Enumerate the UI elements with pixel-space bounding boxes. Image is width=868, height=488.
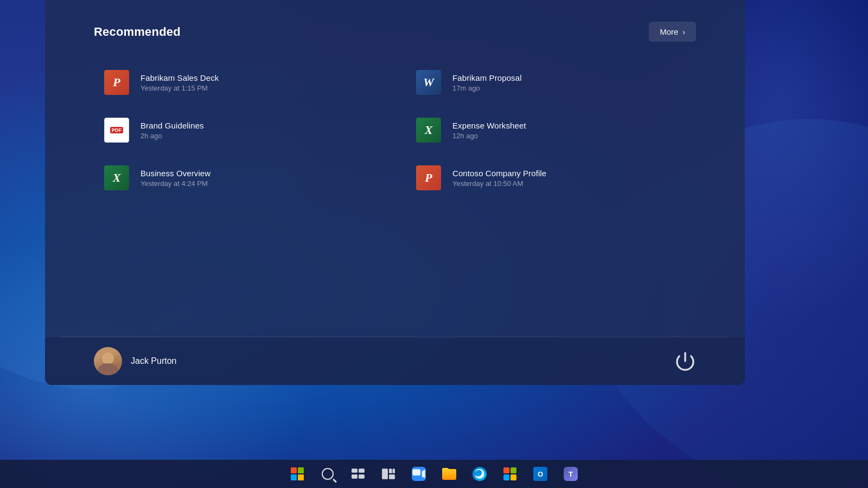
file-name: Business Overview [141, 169, 210, 178]
teams-icon: T [564, 467, 578, 481]
taskbar-teams-button[interactable]: T [557, 461, 585, 487]
svg-rect-5 [389, 468, 392, 473]
taskbar: O T [0, 460, 868, 488]
folder-body [442, 469, 456, 480]
svg-rect-2 [352, 474, 358, 479]
taskbar-start-button[interactable] [283, 461, 311, 487]
file-name: Fabrikam Sales Deck [141, 73, 219, 82]
pdf-icon-inner: PDF [105, 118, 129, 142]
taskbar-store-button[interactable] [496, 461, 524, 487]
svg-rect-8 [412, 469, 420, 476]
svg-rect-7 [389, 474, 395, 479]
taskbar-edge-button[interactable] [465, 461, 494, 487]
power-button[interactable] [674, 350, 696, 372]
taskbar-explorer-button[interactable] [435, 461, 463, 487]
file-icon-excel-2 [103, 164, 131, 192]
file-item-fabrikam-proposal[interactable]: Fabrikam Proposal 17m ago [406, 61, 696, 104]
file-time: 2h ago [141, 132, 204, 140]
file-name: Expense Worksheet [452, 121, 526, 130]
powerpoint-icon-2 [416, 165, 441, 190]
avatar [94, 347, 122, 375]
taskbar-zoom-button[interactable] [405, 461, 433, 487]
file-item-brand-guidelines[interactable]: PDF Brand Guidelines 2h ago [94, 108, 384, 152]
start-menu: Recommended More › Fabrikam Sales Deck Y… [45, 0, 745, 385]
file-info-fabrikam-proposal: Fabrikam Proposal 17m ago [452, 73, 522, 92]
windows-logo-icon [291, 467, 304, 480]
taskview-icon [351, 467, 365, 481]
user-info[interactable]: Jack Purton [94, 347, 176, 375]
file-info-brand-guidelines: Brand Guidelines 2h ago [141, 121, 204, 140]
recommended-header: Recommended More › [94, 22, 696, 42]
svg-rect-6 [393, 468, 395, 473]
taskbar-snap-button[interactable] [374, 461, 403, 487]
recommended-title: Recommended [94, 25, 181, 39]
files-grid: Fabrikam Sales Deck Yesterday at 1:15 PM… [94, 61, 696, 200]
file-time: Yesterday at 4:24 PM [141, 179, 210, 188]
file-item-expense-worksheet[interactable]: Expense Worksheet 12h ago [406, 108, 696, 152]
file-icon-ppt-2 [414, 164, 443, 192]
file-icon-word-1 [414, 68, 443, 97]
edge-icon [473, 467, 487, 481]
excel-icon [416, 118, 441, 143]
power-icon [674, 350, 696, 372]
svg-rect-4 [382, 468, 388, 479]
taskbar-search-button[interactable] [314, 461, 342, 487]
file-icon-ppt-1 [103, 68, 131, 97]
store-icon [503, 467, 516, 480]
search-icon [322, 468, 334, 480]
file-info-contoso-company-profile: Contoso Company Profile Yesterday at 10:… [452, 169, 546, 188]
more-button[interactable]: More › [649, 22, 696, 42]
folder-icon [442, 468, 456, 480]
file-time: Yesterday at 1:15 PM [141, 84, 219, 92]
outlook-icon: O [533, 467, 547, 481]
pdf-icon: PDF [104, 118, 129, 143]
file-name: Contoso Company Profile [452, 169, 546, 178]
zoom-icon [412, 467, 426, 481]
file-info-fabrikam-sales-deck: Fabrikam Sales Deck Yesterday at 1:15 PM [141, 73, 219, 92]
file-icon-pdf-1: PDF [103, 116, 131, 144]
file-info-business-overview: Business Overview Yesterday at 4:24 PM [141, 169, 210, 188]
taskbar-taskview-button[interactable] [344, 461, 372, 487]
file-info-expense-worksheet: Expense Worksheet 12h ago [452, 121, 526, 140]
svg-rect-0 [352, 468, 358, 473]
user-name: Jack Purton [131, 356, 176, 366]
user-footer: Jack Purton [45, 337, 745, 385]
powerpoint-icon [104, 70, 129, 95]
svg-rect-1 [359, 468, 365, 473]
file-item-contoso-company-profile[interactable]: Contoso Company Profile Yesterday at 10:… [406, 156, 696, 200]
file-item-business-overview[interactable]: Business Overview Yesterday at 4:24 PM [94, 156, 384, 200]
snap-icon [381, 467, 395, 481]
file-icon-excel-1 [414, 116, 443, 144]
excel-icon-2 [104, 165, 129, 190]
file-time: 12h ago [452, 132, 526, 140]
file-name: Brand Guidelines [141, 121, 204, 130]
avatar-face [94, 347, 122, 375]
file-name: Fabrikam Proposal [452, 73, 522, 82]
file-item-fabrikam-sales-deck[interactable]: Fabrikam Sales Deck Yesterday at 1:15 PM [94, 61, 384, 104]
chevron-right-icon: › [682, 28, 685, 36]
word-icon [416, 70, 441, 95]
file-time: 17m ago [452, 84, 522, 92]
more-button-label: More [660, 27, 678, 36]
pdf-badge: PDF [110, 127, 123, 133]
recommended-section: Recommended More › Fabrikam Sales Deck Y… [45, 0, 745, 337]
taskbar-outlook-button[interactable]: O [526, 461, 554, 487]
file-time: Yesterday at 10:50 AM [452, 179, 546, 188]
svg-rect-3 [359, 474, 365, 479]
